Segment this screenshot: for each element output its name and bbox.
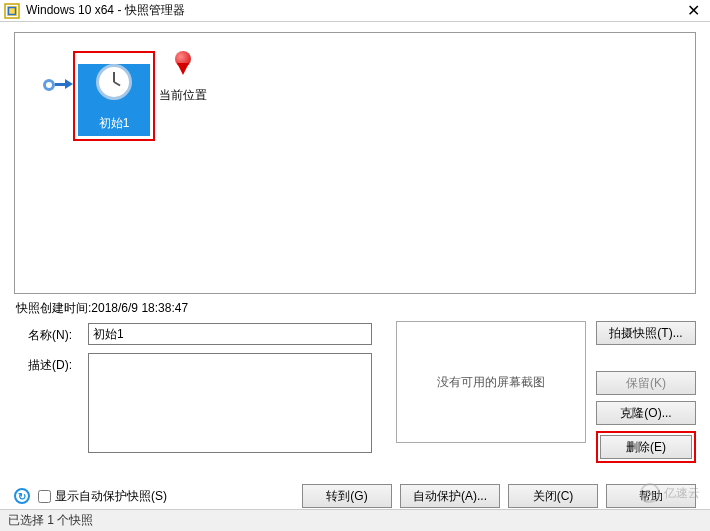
keep-button: 保留(K) <box>596 371 696 395</box>
show-autoprotect-checkbox[interactable]: 显示自动保护快照(S) <box>38 488 294 505</box>
name-input[interactable] <box>88 323 372 345</box>
close-button[interactable]: 关闭(C) <box>508 484 598 508</box>
snapshot-node-label: 初始1 <box>78 115 150 132</box>
description-input[interactable] <box>88 353 372 453</box>
no-screenshot-text: 没有可用的屏幕截图 <box>437 374 545 391</box>
description-label: 描述(D): <box>28 353 88 374</box>
pin-icon[interactable] <box>173 51 193 79</box>
clone-button[interactable]: 克隆(O)... <box>596 401 696 425</box>
show-autoprotect-checkbox-input[interactable] <box>38 490 51 503</box>
delete-button-highlight: 删除(E) <box>596 431 696 463</box>
name-label: 名称(N): <box>28 323 88 344</box>
screenshot-preview: 没有可用的屏幕截图 <box>396 321 586 443</box>
app-icon <box>4 3 20 19</box>
current-position-label: 当前位置 <box>159 87 207 104</box>
snapshot-selection-highlight: 初始1 <box>73 51 155 141</box>
watermark-logo-icon <box>640 483 660 503</box>
goto-button[interactable]: 转到(G) <box>302 484 392 508</box>
autoprotect-icon: ↻ <box>14 488 30 504</box>
root-node[interactable] <box>43 79 55 91</box>
connector-line <box>55 83 65 86</box>
watermark-text: 亿速云 <box>664 485 700 502</box>
snapshot-created-time: 快照创建时间:2018/6/9 18:38:47 <box>16 300 710 317</box>
snapshot-node[interactable]: 初始1 <box>78 64 150 136</box>
arrow-icon <box>65 79 73 89</box>
close-icon[interactable]: ✕ <box>681 1 706 20</box>
clock-icon <box>96 64 132 100</box>
show-autoprotect-label: 显示自动保护快照(S) <box>55 488 167 505</box>
take-snapshot-button[interactable]: 拍摄快照(T)... <box>596 321 696 345</box>
delete-button[interactable]: 删除(E) <box>600 435 692 459</box>
window-title: Windows 10 x64 - 快照管理器 <box>26 2 185 19</box>
autoprotect-button[interactable]: 自动保护(A)... <box>400 484 500 508</box>
status-text: 已选择 1 个快照 <box>8 512 93 529</box>
watermark: 亿速云 <box>640 483 700 503</box>
snapshot-tree[interactable]: 初始1 当前位置 <box>14 32 696 294</box>
